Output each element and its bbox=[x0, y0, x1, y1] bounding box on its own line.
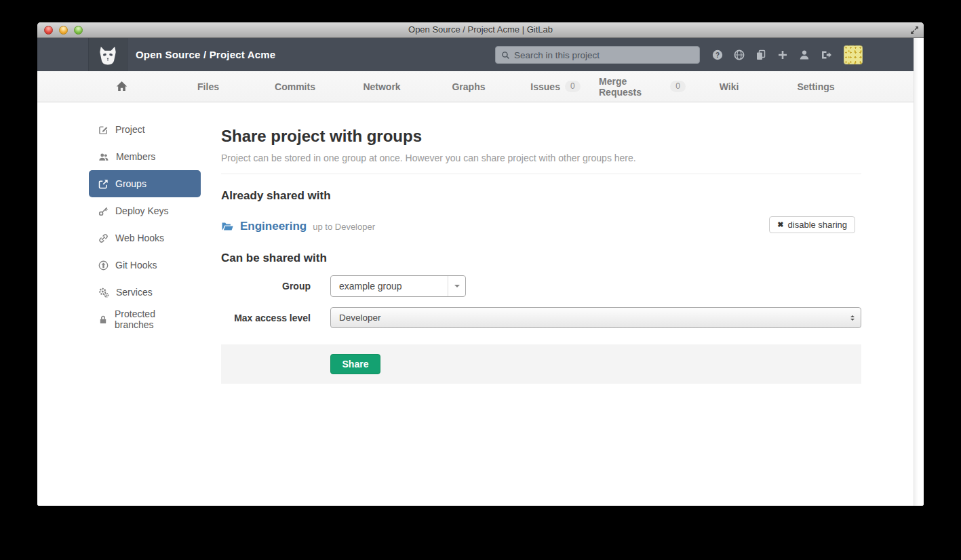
cogs-icon bbox=[98, 287, 109, 298]
profile-icon[interactable] bbox=[799, 49, 810, 60]
header-icons: ? bbox=[712, 38, 831, 71]
divider bbox=[221, 174, 861, 174]
sidebar-item-label: Web Hooks bbox=[115, 233, 164, 243]
traffic-lights bbox=[44, 26, 83, 35]
folder-open-icon bbox=[221, 221, 234, 232]
sidebar-item-label: Groups bbox=[115, 178, 146, 189]
edit-icon bbox=[98, 125, 109, 135]
close-icon: ✖ bbox=[777, 220, 783, 229]
window-titlebar: Open Source / Project Acme | GitLab bbox=[37, 22, 924, 38]
tab-label: Network bbox=[363, 81, 400, 92]
sidebar-item-label: Protected branches bbox=[115, 308, 191, 330]
tab-settings[interactable]: Settings bbox=[772, 71, 859, 102]
gitlab-logo[interactable] bbox=[88, 38, 128, 71]
browser-window: Open Source / Project Acme | GitLab Open… bbox=[37, 22, 924, 506]
sidebar-item-label: Deploy Keys bbox=[115, 205, 169, 216]
sidebar-item-label: Git Hooks bbox=[115, 260, 157, 271]
tab-label: Issues bbox=[530, 81, 560, 92]
sidebar-item-protected-branches[interactable]: Protected branches bbox=[89, 306, 201, 333]
access-note: up to Developer bbox=[313, 222, 375, 232]
settings-sidebar: Project Members Groups bbox=[89, 116, 201, 333]
page-subtitle: Project can be stored in one group at on… bbox=[221, 153, 861, 163]
key-icon bbox=[98, 206, 109, 216]
sidebar-item-label: Project bbox=[115, 124, 145, 135]
settings-main: Share project with groups Project can be… bbox=[221, 102, 861, 384]
zoom-window-button[interactable] bbox=[74, 26, 83, 35]
tab-merge-requests[interactable]: Merge Requests 0 bbox=[599, 71, 686, 102]
search-input[interactable] bbox=[514, 50, 694, 60]
disable-sharing-label: disable sharing bbox=[788, 220, 847, 230]
max-access-label: Max access level bbox=[221, 313, 311, 323]
svg-text:?: ? bbox=[715, 51, 720, 58]
sign-out-icon[interactable] bbox=[821, 49, 831, 60]
new-project-icon[interactable] bbox=[777, 49, 788, 60]
minimize-window-button[interactable] bbox=[59, 26, 68, 35]
issues-count-badge: 0 bbox=[565, 81, 581, 92]
arrow-circle-up-icon bbox=[98, 260, 109, 271]
project-nav: Files Commits Network Graphs Issues 0 Me… bbox=[37, 71, 914, 102]
sidebar-item-members[interactable]: Members bbox=[89, 143, 201, 170]
window-title: Open Source / Project Acme | GitLab bbox=[37, 22, 924, 37]
tab-commits[interactable]: Commits bbox=[252, 71, 338, 102]
link-icon bbox=[98, 233, 109, 243]
tab-label: Merge Requests bbox=[599, 76, 665, 98]
tab-issues[interactable]: Issues 0 bbox=[512, 71, 599, 102]
users-icon bbox=[98, 152, 109, 162]
tab-label: Commits bbox=[275, 81, 315, 92]
tanuki-logo-icon bbox=[96, 43, 119, 66]
disable-sharing-button[interactable]: ✖ disable sharing bbox=[769, 216, 855, 233]
page-title: Share project with groups bbox=[221, 127, 861, 146]
share-icon bbox=[98, 179, 109, 189]
header-project-title: Open Source / Project Acme bbox=[136, 38, 275, 71]
globe-icon[interactable] bbox=[734, 49, 745, 60]
tab-files[interactable]: Files bbox=[165, 71, 252, 102]
already-shared-heading: Already shared with bbox=[221, 189, 861, 203]
sidebar-item-services[interactable]: Services bbox=[89, 279, 201, 306]
group-form-row: Group example group bbox=[221, 275, 861, 297]
search-icon bbox=[501, 51, 510, 60]
sidebar-item-label: Services bbox=[116, 287, 153, 298]
merge-requests-count-badge: 0 bbox=[670, 81, 686, 92]
share-button[interactable]: Share bbox=[330, 354, 380, 374]
sidebar-item-label: Members bbox=[116, 151, 155, 162]
group-select[interactable]: example group bbox=[330, 275, 466, 297]
user-avatar[interactable] bbox=[844, 45, 863, 64]
sidebar-item-groups[interactable]: Groups bbox=[89, 170, 201, 197]
scrollbar[interactable] bbox=[914, 38, 924, 506]
sidebar-item-project[interactable]: Project bbox=[89, 116, 201, 143]
group-select-value: example group bbox=[331, 281, 402, 292]
app-header: Open Source / Project Acme ? bbox=[37, 38, 924, 71]
tab-label: Files bbox=[197, 81, 219, 92]
tab-label: Wiki bbox=[720, 81, 739, 92]
close-window-button[interactable] bbox=[44, 26, 53, 35]
sidebar-item-git-hooks[interactable]: Git Hooks bbox=[89, 252, 201, 279]
help-icon[interactable]: ? bbox=[712, 49, 723, 60]
tab-wiki[interactable]: Wiki bbox=[686, 71, 772, 102]
lock-icon bbox=[98, 315, 108, 325]
max-access-select-value: Developer bbox=[339, 313, 381, 323]
sidebar-item-web-hooks[interactable]: Web Hooks bbox=[89, 224, 201, 252]
group-label: Group bbox=[221, 281, 311, 292]
sidebar-item-deploy-keys[interactable]: Deploy Keys bbox=[89, 197, 201, 224]
tab-label: Settings bbox=[797, 81, 834, 92]
tab-home[interactable] bbox=[78, 71, 165, 102]
snippets-icon[interactable] bbox=[756, 49, 766, 60]
home-icon bbox=[116, 81, 128, 92]
max-access-form-row: Max access level Developer bbox=[221, 307, 861, 328]
tab-network[interactable]: Network bbox=[338, 71, 425, 102]
tab-label: Graphs bbox=[452, 81, 485, 92]
shared-group-row: Engineering up to Developer ✖ disable sh… bbox=[221, 216, 861, 237]
tab-graphs[interactable]: Graphs bbox=[425, 71, 512, 102]
desktop-background: Open Source / Project Acme | GitLab Open… bbox=[0, 0, 961, 560]
search-box bbox=[495, 46, 700, 64]
form-actions: Share bbox=[221, 344, 861, 384]
resize-grip-icon[interactable] bbox=[909, 25, 920, 35]
content-area: Project Members Groups bbox=[37, 102, 914, 506]
shared-group-link[interactable]: Engineering bbox=[240, 220, 307, 233]
can-share-heading: Can be shared with bbox=[221, 252, 861, 265]
select-stepper-icon bbox=[850, 313, 855, 323]
chevron-down-icon bbox=[448, 276, 465, 296]
max-access-select[interactable]: Developer bbox=[330, 307, 861, 328]
